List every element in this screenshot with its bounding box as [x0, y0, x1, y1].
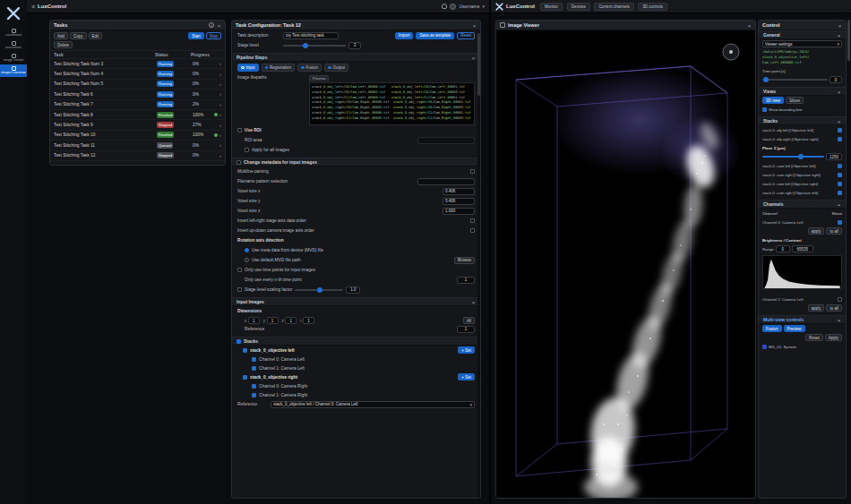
ctrl-stack-checkbox[interactable] — [838, 128, 842, 132]
ctrl-stack-row[interactable]: stack 0: cam left [Objective right] — [759, 179, 846, 188]
tab-checkbox[interactable] — [265, 66, 269, 70]
chevron-right-icon[interactable]: › — [219, 153, 221, 158]
save-template-button[interactable]: Save as template — [416, 32, 454, 39]
chevron-right-icon[interactable]: › — [219, 72, 221, 77]
ctrl-stack-row[interactable]: stack 0: cam right [Objective right] — [759, 170, 846, 179]
dimensions-all-button[interactable]: All — [463, 317, 475, 324]
only-timepoints-checkbox[interactable] — [237, 268, 242, 272]
scaling-slider[interactable] — [295, 289, 343, 291]
task-row[interactable]: Test Stitching Task 11 Queued 0% › — [50, 141, 225, 150]
tab-checkbox[interactable] — [328, 66, 331, 70]
stack-set-button[interactable]: + Set — [458, 346, 475, 354]
tab-checkbox[interactable] — [301, 66, 305, 70]
task-row[interactable]: Test Stitching Task 6 Running 0% › — [50, 90, 225, 99]
show-bounding-box-checkbox[interactable] — [762, 107, 767, 112]
channel1-checkbox[interactable] — [838, 297, 842, 302]
view-3d-button[interactable]: 3D view — [762, 97, 784, 104]
invert-ud-checkbox[interactable] — [470, 228, 475, 233]
metadata-checkbox[interactable] — [236, 160, 241, 165]
ctrl-stack-checkbox[interactable] — [838, 182, 842, 186]
hamburger-icon[interactable]: ≡ — [31, 4, 35, 10]
preview-button[interactable]: Preview — [784, 325, 805, 332]
roi-area-input[interactable] — [417, 137, 475, 144]
chevron-right-icon[interactable]: › — [219, 81, 221, 87]
mv-apply-button[interactable]: Apply — [825, 334, 842, 341]
collapse-icon[interactable]: ⌄ — [837, 317, 841, 322]
intensity-histogram[interactable] — [762, 255, 842, 289]
chevron-right-icon[interactable]: › — [219, 61, 221, 66]
stacks-reference-select[interactable]: stack_0_objective left / Channel 0: Came… — [271, 401, 475, 408]
viewer-settings-select[interactable]: Viewer settings ▾ — [762, 40, 842, 47]
start-task-button[interactable]: Start — [188, 32, 204, 39]
viewer-3d-viewport[interactable] — [496, 30, 755, 498]
right-scrollbar[interactable] — [847, 20, 850, 499]
menubar-button[interactable]: Current channels — [594, 3, 633, 11]
task-row[interactable]: Test Stitching Task 7 Running 2% › — [50, 100, 225, 110]
sidebar-item[interactable]: Dashboard — [0, 27, 27, 39]
plane-z-slider[interactable] — [762, 156, 824, 158]
ctrl-stack-row[interactable]: stack 0: cam right [Objective left] — [759, 188, 846, 197]
pattern-input[interactable] — [417, 178, 475, 185]
pipeline-tab[interactable]: Registration — [262, 64, 296, 72]
menubar-button[interactable]: Devices — [567, 3, 590, 11]
voxel-y-input[interactable]: 0.406 — [443, 198, 475, 205]
config-scrollbar[interactable] — [477, 31, 480, 498]
view-slices-button[interactable]: Slices — [786, 97, 804, 104]
ctrl-stack-checkbox[interactable] — [838, 137, 842, 141]
invert-lr-checkbox[interactable] — [470, 218, 475, 223]
task-row[interactable]: Test Stitching Task 12 Stopped 0% › — [50, 151, 225, 161]
stacks-checkbox[interactable] — [236, 339, 241, 344]
apply-all-button[interactable]: to all — [826, 227, 842, 235]
stack-checkbox[interactable] — [252, 384, 256, 389]
pipeline-tab[interactable]: Fusion — [297, 64, 322, 72]
stack-checkbox[interactable] — [252, 357, 256, 362]
browse-button[interactable]: Browse — [454, 257, 475, 264]
chevron-right-icon[interactable]: › — [219, 142, 221, 148]
ctrl-stack-row[interactable]: stack 0: cam left [Objective left] — [759, 161, 846, 170]
pipeline-tab[interactable]: Output — [324, 64, 348, 72]
timepoint-slider[interactable] — [762, 79, 828, 81]
voxel-x-input[interactable]: 0.406 — [443, 188, 475, 195]
collapse-icon[interactable]: ⌄ — [471, 299, 476, 304]
filepaths-code-block[interactable]: stack_0_obj_left/C0/Cam_Left_00000.tif s… — [309, 82, 475, 125]
user-avatar-icon[interactable] — [450, 4, 456, 10]
radio-device[interactable] — [245, 248, 249, 252]
app-logo-icon[interactable] — [0, 0, 27, 27]
stack-checkbox[interactable] — [243, 375, 247, 380]
collapse-icon[interactable]: ⌄ — [837, 118, 841, 124]
tab-checkbox[interactable] — [241, 66, 245, 70]
dimension-input[interactable]: 1 — [303, 317, 314, 324]
ctrl-stack-row[interactable]: stack 0: obj left [Objective left] — [759, 125, 846, 134]
filepaths-preview-tab[interactable]: Preview — [309, 75, 329, 81]
ctrl-stack-row[interactable]: stack 0: obj right [Objective right] — [759, 134, 846, 143]
stack-checkbox[interactable] — [243, 348, 247, 353]
range-max-input[interactable]: 65535 — [792, 245, 813, 252]
copy-task-button[interactable]: Copy — [70, 32, 87, 39]
stop-task-button[interactable]: Stop — [206, 32, 221, 39]
stage-level-input[interactable]: 3 — [348, 42, 361, 49]
delete-task-button[interactable]: Delete — [54, 41, 73, 48]
sidebar-item[interactable]: Image Viewer — [0, 52, 27, 64]
collapse-icon[interactable]: ⌄ — [838, 22, 842, 28]
apply-button[interactable]: apply — [808, 227, 825, 235]
task-row[interactable]: Test Stitching Task 9 Stopped 27% › — [50, 120, 225, 130]
add-task-button[interactable]: Add — [54, 32, 68, 39]
dimension-input[interactable]: 1 — [285, 317, 297, 324]
use-roi-checkbox[interactable] — [237, 128, 242, 132]
collapse-icon[interactable]: ⌄ — [217, 22, 221, 28]
range-min-input[interactable]: 0 — [776, 245, 790, 252]
menubar-button[interactable]: 3D controls — [638, 3, 667, 11]
fusion-button[interactable]: Fusion — [762, 325, 782, 332]
plane-z-input[interactable]: 1250 — [826, 153, 842, 160]
every-nth-input[interactable]: 1 — [457, 277, 475, 284]
info-icon[interactable]: i — [209, 22, 214, 28]
task-row[interactable]: Test Stitching Task Num 5 Running 0% › — [50, 80, 225, 90]
dimension-input[interactable]: 1 — [267, 317, 279, 324]
stack-set-button[interactable]: + Set — [458, 373, 475, 380]
sidebar-item[interactable]: Instrument — [0, 39, 27, 52]
user-menu-caret-icon[interactable]: ▾ — [482, 4, 485, 9]
task-row[interactable]: Test Stitching Task 8 Finished 100% › — [50, 110, 225, 120]
apply-button[interactable]: apply — [808, 304, 825, 312]
timepoint-input[interactable]: 0 — [830, 76, 842, 83]
channel0-checkbox[interactable] — [838, 220, 842, 225]
